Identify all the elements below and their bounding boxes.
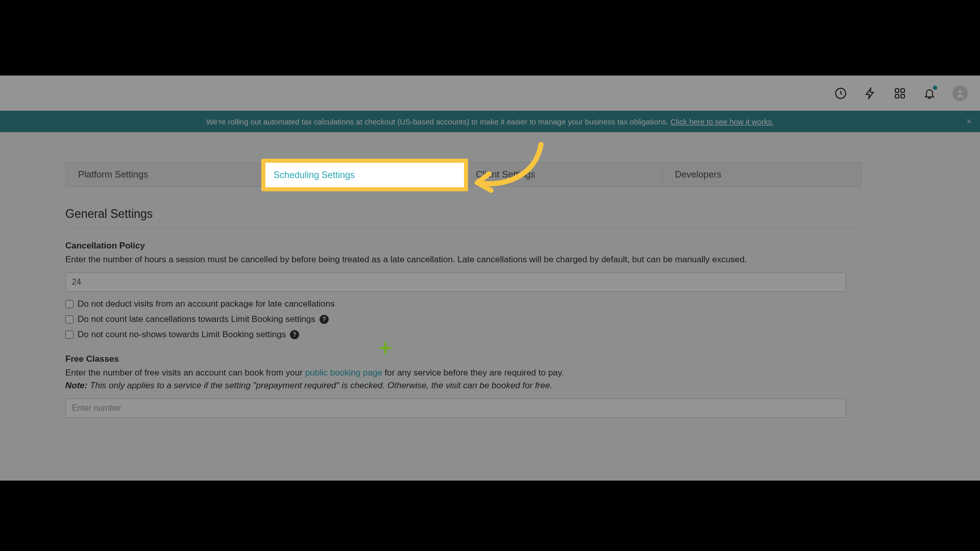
- divider: [65, 228, 862, 229]
- apps-icon[interactable]: [893, 87, 906, 100]
- svg-rect-1: [895, 89, 899, 92]
- cancellation-desc: Enter the number of hours a session must…: [65, 253, 811, 266]
- tab-client[interactable]: Client Settings: [464, 163, 663, 186]
- check-late-limit[interactable]: Do not count late cancellations towards …: [65, 314, 862, 324]
- promo-link[interactable]: Click here to see how it works.: [671, 117, 774, 126]
- free-classes-desc: Enter the number of free visits an accou…: [65, 366, 811, 392]
- tab-platform[interactable]: Platform Settings: [66, 163, 265, 186]
- free-desc-post: for any service before they are required…: [382, 368, 564, 378]
- promo-banner: We're rolling out automated tax calculat…: [0, 111, 980, 132]
- app-header: [0, 76, 980, 111]
- cancellation-checks: Do not deduct visits from an account pac…: [65, 299, 862, 340]
- settings-tabs: Platform Settings Scheduling Settings Cl…: [65, 162, 862, 187]
- promo-text: We're rolling out automated tax calculat…: [206, 117, 669, 126]
- close-icon[interactable]: ×: [966, 117, 972, 126]
- check-deduct-visits-box[interactable]: [65, 300, 74, 308]
- clock-icon[interactable]: [834, 87, 847, 100]
- free-note-text: This only applies to a service if the se…: [87, 381, 552, 390]
- free-desc-pre: Enter the number of free visits an accou…: [65, 368, 305, 378]
- check-noshow-limit-box[interactable]: [65, 331, 74, 339]
- lightning-icon[interactable]: [864, 87, 877, 100]
- svg-point-5: [959, 90, 962, 93]
- free-note-label: Note:: [65, 381, 87, 390]
- avatar-icon[interactable]: [952, 86, 968, 101]
- tab-developers[interactable]: Developers: [663, 163, 861, 186]
- notification-dot: [933, 86, 937, 90]
- cancellation-label: Cancellation Policy: [65, 241, 862, 251]
- free-classes-input[interactable]: [65, 398, 846, 418]
- check-deduct-visits[interactable]: Do not deduct visits from an account pac…: [65, 299, 862, 309]
- bell-icon[interactable]: [923, 87, 936, 100]
- public-booking-link[interactable]: public booking page: [305, 368, 382, 378]
- check-noshow-limit[interactable]: Do not count no-shows towards Limit Book…: [65, 330, 862, 340]
- tab-scheduling[interactable]: Scheduling Settings: [265, 163, 464, 186]
- check-noshow-limit-label: Do not count no-shows towards Limit Book…: [78, 330, 286, 340]
- app-viewport: We're rolling out automated tax calculat…: [0, 76, 980, 481]
- free-classes-label: Free Classes: [65, 354, 862, 364]
- cancellation-hours-input[interactable]: [65, 272, 846, 292]
- help-icon[interactable]: ?: [320, 315, 329, 324]
- svg-rect-3: [895, 94, 899, 98]
- cancellation-policy-block: Cancellation Policy Enter the number of …: [65, 241, 862, 340]
- check-late-limit-label: Do not count late cancellations towards …: [78, 314, 315, 324]
- check-deduct-visits-label: Do not deduct visits from an account pac…: [78, 299, 335, 309]
- check-late-limit-box[interactable]: [65, 315, 74, 323]
- svg-rect-2: [901, 89, 904, 92]
- section-title-general: General Settings: [65, 207, 862, 221]
- help-icon[interactable]: ?: [290, 330, 299, 339]
- svg-rect-4: [901, 94, 904, 98]
- settings-content: Platform Settings Scheduling Settings Cl…: [65, 162, 862, 432]
- free-classes-block: Free Classes Enter the number of free vi…: [65, 354, 862, 418]
